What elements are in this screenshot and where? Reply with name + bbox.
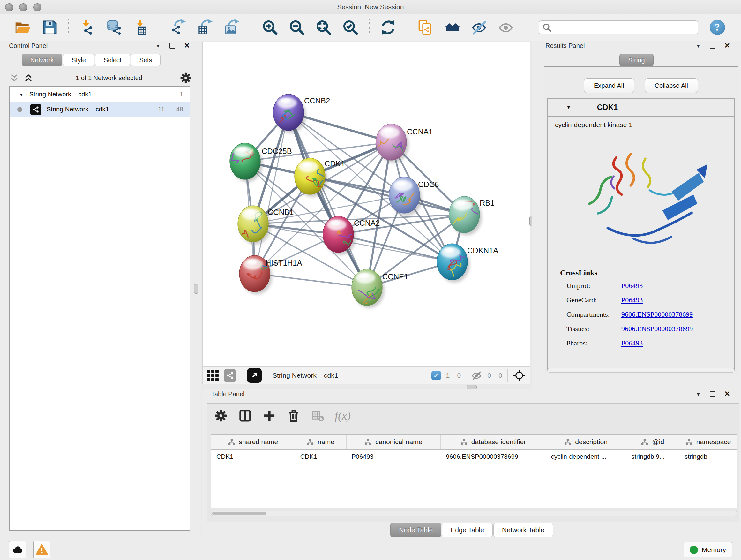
network-options-gear-icon[interactable] xyxy=(180,72,191,83)
collapse-all-icon[interactable] xyxy=(10,73,19,83)
crosslink-link[interactable]: P06493 xyxy=(621,339,643,348)
network-row[interactable]: String Network – cdk1 11 48 xyxy=(10,102,190,117)
birds-eye-crosshair-icon[interactable] xyxy=(513,369,526,382)
tab-node-table[interactable]: Node Table xyxy=(390,523,441,537)
column-header-id[interactable]: @id xyxy=(626,435,679,449)
crosslink-row: GeneCard:P06493 xyxy=(566,296,734,304)
table-cell[interactable]: CDK1 xyxy=(211,449,295,463)
tab-style[interactable]: Style xyxy=(63,54,94,66)
network-node-CDK1[interactable] xyxy=(294,158,327,197)
expand-all-button[interactable]: Expand All xyxy=(584,78,634,93)
zoom-fit-button[interactable] xyxy=(314,18,333,37)
network-list-header: 1 of 1 Network selected xyxy=(0,71,201,84)
table-cell[interactable]: cyclin-dependent ... xyxy=(546,449,626,463)
first-neighbors-button[interactable] xyxy=(443,18,462,37)
network-node-CCNB1[interactable] xyxy=(236,206,271,245)
column-header-name[interactable]: name xyxy=(295,435,347,449)
selected-checkbox-icon[interactable]: ✓ xyxy=(431,371,441,380)
warnings-button[interactable] xyxy=(33,541,51,558)
panel-close-icon[interactable]: ✕ xyxy=(724,44,730,48)
table-cell[interactable]: stringdb:9... xyxy=(626,449,679,463)
column-header-shared-name[interactable]: shared name xyxy=(211,435,295,449)
tab-select[interactable]: Select xyxy=(95,54,130,66)
cloud-button[interactable] xyxy=(9,541,26,558)
collection-expander-icon[interactable]: ▼ xyxy=(19,92,23,97)
import-network-file-button[interactable] xyxy=(78,18,97,37)
network-node-CCNA2[interactable] xyxy=(323,216,356,255)
panel-close-icon[interactable]: ✕ xyxy=(184,44,190,48)
collapse-all-button[interactable]: Collapse All xyxy=(645,78,698,93)
column-header-canonical-name[interactable]: canonical name xyxy=(347,435,441,449)
panel-menu-icon[interactable]: ▼ xyxy=(696,391,701,397)
network-node-CCNE1[interactable] xyxy=(352,269,385,310)
show-all-button[interactable] xyxy=(497,18,515,37)
column-header-database-identifier[interactable]: database identifier xyxy=(441,435,546,449)
search-box[interactable] xyxy=(539,20,698,35)
network-collection-row[interactable]: ▼ String Network – cdk1 1 xyxy=(10,87,190,102)
import-network-database-button[interactable] xyxy=(105,18,124,37)
network-node-CDKN1A[interactable] xyxy=(437,244,470,283)
toolbar-separator xyxy=(251,18,252,37)
network-edge[interactable] xyxy=(255,112,288,273)
detach-view-icon[interactable] xyxy=(247,368,262,383)
tab-string[interactable]: String xyxy=(619,54,653,66)
node-table[interactable]: shared namenamecanonical namedatabase id… xyxy=(211,434,738,508)
control-panel-title: Control Panel xyxy=(9,42,48,50)
panel-float-icon[interactable] xyxy=(170,43,175,49)
help-button[interactable]: ? xyxy=(710,20,725,35)
export-network-button[interactable] xyxy=(170,18,188,37)
panel-menu-icon[interactable]: ▼ xyxy=(156,43,160,49)
show-columns-icon[interactable] xyxy=(238,408,253,423)
apply-layout-button[interactable] xyxy=(379,18,397,37)
add-column-icon[interactable] xyxy=(262,408,277,423)
table-cell[interactable]: CDK1 xyxy=(295,449,347,463)
expand-all-icon[interactable] xyxy=(23,73,33,83)
panel-float-icon[interactable] xyxy=(710,43,716,49)
delete-column-icon[interactable] xyxy=(286,408,301,423)
memory-button[interactable]: Memory xyxy=(684,542,732,557)
table-row[interactable]: CDK1CDK1P064939606.ENSP00000378699cyclin… xyxy=(211,449,737,463)
network-canvas[interactable]: CCNB2CCNA1CDC25BCDK1CDC6RB1CCNB1CCNA2CDK… xyxy=(202,42,530,367)
export-image-button[interactable] xyxy=(223,18,242,37)
zoom-in-button[interactable] xyxy=(261,18,279,37)
hide-selected-button[interactable] xyxy=(470,18,488,37)
tab-network[interactable]: Network xyxy=(22,54,62,66)
table-cell[interactable]: 9606.ENSP00000378699 xyxy=(441,449,546,463)
gene-expander-icon[interactable]: ▼ xyxy=(566,105,571,110)
save-session-button[interactable] xyxy=(41,18,59,37)
node-label-CCNE1: CCNE1 xyxy=(382,272,408,281)
table-cell[interactable]: stringdb xyxy=(679,449,737,463)
scrollbar-thumb[interactable] xyxy=(212,512,266,515)
left-splitter-handle[interactable] xyxy=(194,284,199,294)
crosslink-link[interactable]: P06493 xyxy=(621,282,643,290)
search-input[interactable] xyxy=(539,20,698,35)
crosslink-link[interactable]: 9606.ENSP00000378699 xyxy=(621,325,693,333)
open-session-button[interactable] xyxy=(14,18,32,37)
network-node-CDC25B[interactable] xyxy=(227,143,263,182)
zoom-out-button[interactable] xyxy=(287,18,306,37)
panel-menu-icon[interactable]: ▼ xyxy=(696,43,701,49)
table-options-gear-icon[interactable] xyxy=(213,408,228,423)
new-network-from-selection-button[interactable] xyxy=(416,18,435,37)
crosslink-link[interactable]: P06493 xyxy=(621,296,643,304)
network-graph[interactable]: CCNB2CCNA1CDC25BCDK1CDC6RB1CCNB1CCNA2CDK… xyxy=(203,42,530,366)
network-node-CDC6[interactable] xyxy=(389,177,422,216)
column-header-description[interactable]: description xyxy=(546,435,626,449)
results-horizontal-scrollbar[interactable] xyxy=(547,368,735,373)
crosslink-link[interactable]: 9606.ENSP00000378699 xyxy=(621,310,693,319)
import-table-file-button[interactable] xyxy=(132,18,150,37)
export-table-button[interactable] xyxy=(196,18,215,37)
gene-card-header[interactable]: ▼ CDK1 xyxy=(548,99,734,117)
grid-view-icon[interactable] xyxy=(207,370,219,381)
table-horizontal-scrollbar[interactable] xyxy=(211,511,738,516)
table-cell[interactable]: P06493 xyxy=(346,449,441,463)
column-header-namespace[interactable]: namespace xyxy=(679,435,737,449)
tab-network-table[interactable]: Network Table xyxy=(493,523,553,537)
panel-close-icon[interactable]: ✕ xyxy=(724,392,730,396)
network-view-share-icon[interactable] xyxy=(224,369,237,382)
panel-float-icon[interactable] xyxy=(710,391,716,397)
network-node-CCNB2[interactable] xyxy=(273,94,306,133)
tab-edge-table[interactable]: Edge Table xyxy=(442,523,493,537)
zoom-selected-button[interactable] xyxy=(341,18,360,37)
tab-sets[interactable]: Sets xyxy=(131,54,160,66)
